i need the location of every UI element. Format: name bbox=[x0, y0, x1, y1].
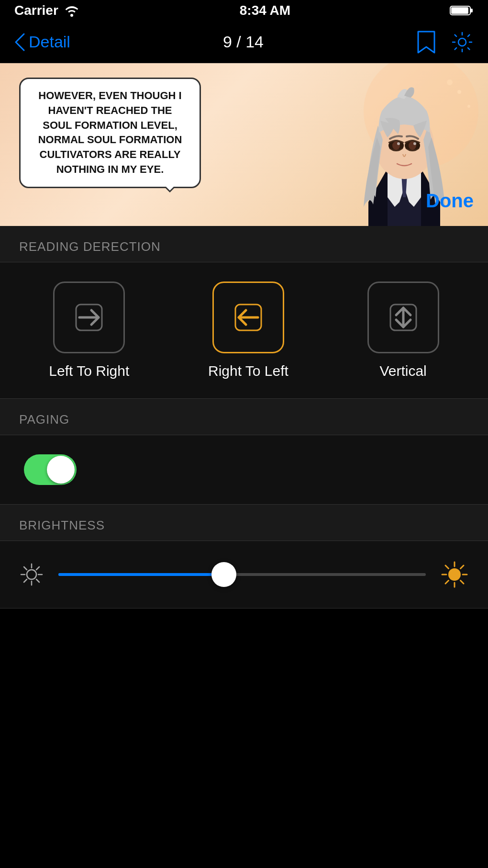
paging-content bbox=[0, 435, 488, 505]
slider-track bbox=[58, 573, 426, 576]
brightness-content bbox=[0, 541, 488, 609]
svg-point-7 bbox=[467, 105, 470, 108]
paging-toggle[interactable] bbox=[24, 454, 77, 485]
back-label: Detail bbox=[29, 33, 70, 51]
done-button[interactable]: Done bbox=[426, 190, 474, 212]
svg-rect-1 bbox=[451, 7, 468, 14]
svg-line-30 bbox=[24, 567, 27, 570]
svg-line-32 bbox=[36, 567, 39, 570]
svg-line-33 bbox=[24, 579, 27, 582]
svg-point-34 bbox=[448, 568, 461, 581]
sun-dim-icon bbox=[19, 562, 44, 587]
svg-line-31 bbox=[36, 579, 39, 582]
sun-small-icon bbox=[19, 562, 44, 587]
slider-fill bbox=[58, 573, 224, 576]
direction-option-vertical[interactable]: Vertical bbox=[367, 282, 439, 379]
bookmark-icon[interactable] bbox=[416, 30, 436, 55]
svg-point-3 bbox=[458, 38, 466, 46]
reading-direction-header: READING DERECTION bbox=[0, 226, 488, 262]
arrows-vertical-icon bbox=[387, 301, 420, 334]
carrier-label: Carrier bbox=[14, 3, 58, 18]
settings-panel: READING DERECTION Left To Right bbox=[0, 226, 488, 609]
arrow-left-icon bbox=[232, 301, 265, 334]
status-right bbox=[450, 4, 474, 17]
speech-text: HOWEVER, EVEN THOUGH I HAVEN'T REACHED T… bbox=[38, 90, 182, 175]
svg-line-40 bbox=[461, 581, 464, 584]
sun-large-icon bbox=[440, 560, 469, 589]
status-time: 8:34 AM bbox=[240, 3, 290, 18]
reading-direction-section: READING DERECTION Left To Right bbox=[0, 226, 488, 399]
vertical-label: Vertical bbox=[379, 363, 426, 379]
brightness-section: BRIGHTNESS bbox=[0, 505, 488, 609]
settings-icon[interactable] bbox=[451, 31, 474, 54]
nav-icons bbox=[416, 30, 474, 55]
page-info: 9 / 14 bbox=[223, 33, 264, 51]
ltr-label: Left To Right bbox=[49, 363, 129, 379]
manga-preview: HOWEVER, EVEN THOUGH I HAVEN'T REACHED T… bbox=[0, 63, 488, 226]
svg-point-21 bbox=[413, 142, 416, 145]
ltr-icon-box bbox=[53, 282, 125, 353]
battery-icon bbox=[450, 4, 474, 17]
brightness-slider[interactable] bbox=[58, 560, 426, 589]
svg-point-25 bbox=[27, 570, 36, 579]
svg-rect-2 bbox=[470, 9, 473, 12]
status-bar: Carrier 8:34 AM bbox=[0, 0, 488, 21]
status-left: Carrier bbox=[14, 3, 80, 18]
svg-point-6 bbox=[447, 79, 453, 85]
svg-point-20 bbox=[397, 142, 400, 145]
svg-line-39 bbox=[445, 565, 449, 569]
bottom-area bbox=[0, 609, 488, 868]
toggle-thumb bbox=[47, 456, 75, 484]
slider-thumb[interactable] bbox=[211, 562, 236, 587]
svg-line-41 bbox=[461, 565, 464, 569]
paging-header: PAGING bbox=[0, 399, 488, 435]
svg-line-42 bbox=[445, 581, 449, 584]
back-button[interactable]: Detail bbox=[14, 33, 70, 51]
back-chevron-icon bbox=[14, 33, 25, 51]
svg-point-5 bbox=[457, 90, 461, 94]
reading-direction-options: Left To Right Right To Left bbox=[0, 262, 488, 399]
vertical-icon-box bbox=[367, 282, 439, 353]
manga-content: HOWEVER, EVEN THOUGH I HAVEN'T REACHED T… bbox=[0, 63, 488, 226]
direction-option-ltr[interactable]: Left To Right bbox=[49, 282, 129, 379]
arrow-right-icon bbox=[72, 301, 106, 334]
navigation-bar: Detail 9 / 14 bbox=[0, 21, 488, 63]
rtl-icon-box bbox=[212, 282, 284, 353]
brightness-header: BRIGHTNESS bbox=[0, 505, 488, 541]
sun-bright-icon bbox=[440, 560, 469, 589]
direction-option-rtl[interactable]: Right To Left bbox=[208, 282, 288, 379]
speech-bubble: HOWEVER, EVEN THOUGH I HAVEN'T REACHED T… bbox=[19, 78, 201, 188]
wifi-icon bbox=[63, 4, 80, 17]
rtl-label: Right To Left bbox=[208, 363, 288, 379]
paging-section: PAGING bbox=[0, 399, 488, 505]
